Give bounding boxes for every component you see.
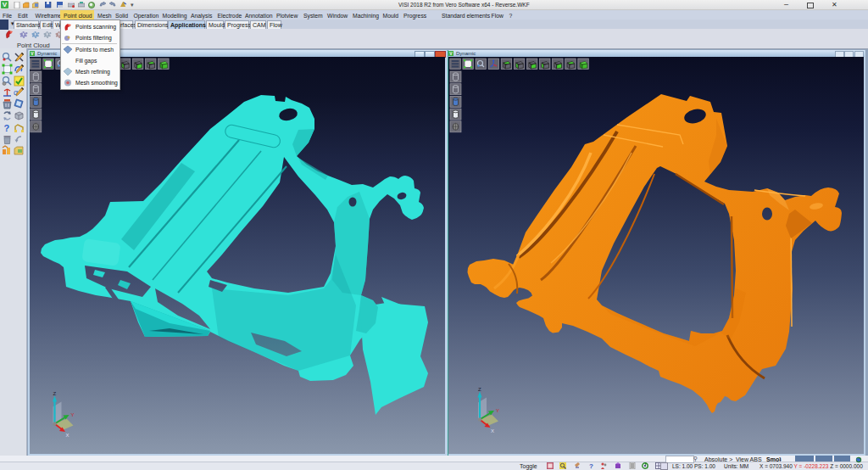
svg-text:Z: Z — [478, 387, 481, 392]
svg-text:?: ? — [589, 462, 593, 469]
svg-text:X: X — [66, 433, 70, 438]
svg-text:Y: Y — [496, 408, 499, 413]
svg-text:?: ? — [4, 123, 10, 133]
svg-text:Y: Y — [71, 412, 75, 417]
svg-text:X: X — [491, 428, 494, 434]
svg-text:Z: Z — [53, 391, 57, 396]
